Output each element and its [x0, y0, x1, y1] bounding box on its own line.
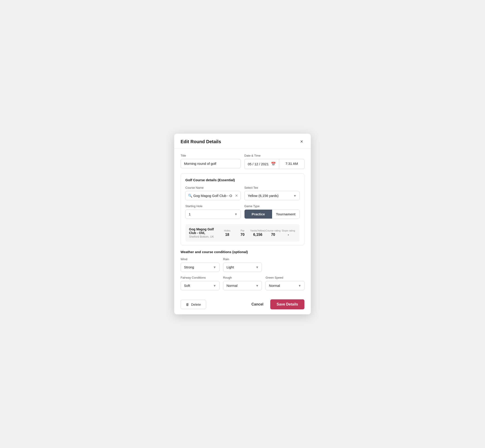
starting-hole-label: Starting Hole	[185, 204, 241, 208]
course-tee-row: Course Name 🔍 ✕ Select Tee Yellow	[185, 186, 300, 204]
calendar-icon: 📅	[271, 162, 276, 166]
date-time-fields: 05 / 12 / 2021 📅 7:31 AM	[244, 159, 304, 169]
wind-label: Wind	[181, 257, 219, 261]
wind-wrapper: Strong ▼	[181, 263, 219, 272]
time-value: 7:31 AM	[285, 162, 298, 166]
course-name-input[interactable]	[185, 191, 241, 200]
game-type-group: Game Type Practice Tournament	[244, 204, 300, 219]
slope-rating-label: Slope rating	[281, 229, 296, 232]
course-rating-value: 70	[266, 233, 281, 237]
course-rating-label: Course rating	[266, 229, 281, 232]
par-value: 70	[235, 233, 250, 237]
game-type-label: Game Type	[244, 204, 300, 208]
title-section: Title	[181, 154, 241, 173]
holes-value: 18	[219, 233, 235, 237]
weather-section: Weather and course conditions (optional)…	[181, 250, 304, 294]
rain-wrapper: Light ▼	[223, 263, 262, 272]
starting-hole-group: Starting Hole 1 ▼	[185, 204, 241, 219]
course-stat-holes: Holes 18	[219, 229, 235, 237]
rough-group: Rough Normal ▼	[223, 276, 262, 290]
modal-header: Edit Round Details ×	[174, 134, 311, 149]
edit-round-modal: Edit Round Details × Title Date & Time 0…	[174, 134, 311, 314]
wind-rain-row: Wind Strong ▼ Rain	[181, 257, 304, 276]
cancel-button[interactable]: Cancel	[249, 301, 266, 308]
green-speed-col: Green Speed Normal ▼	[266, 276, 304, 294]
rain-col: Rain Light ▼	[223, 257, 262, 276]
rough-wrapper: Normal ▼	[223, 281, 262, 290]
date-value: 05 / 12 / 2021	[248, 162, 269, 166]
holes-label: Holes	[219, 229, 235, 232]
datetime-group: Date & Time 05 / 12 / 2021 📅 7:31 AM	[244, 154, 304, 169]
course-info-name: Gog Magog Golf Club - Old, Shelford Bott…	[189, 227, 219, 238]
modal-footer: 🗑 Delete Cancel Save Details	[174, 295, 311, 314]
modal-body: Title Date & Time 05 / 12 / 2021 📅 7:31 …	[174, 149, 311, 294]
title-group: Title	[181, 154, 241, 168]
green-speed-dropdown[interactable]: Normal	[266, 281, 304, 290]
select-tee-col: Select Tee Yellow (6,156 yards) ▼	[244, 186, 300, 204]
rain-label: Rain	[223, 257, 262, 261]
yards-value: 6,156	[250, 233, 266, 237]
course-info-location: Shelford Bottom, UK	[189, 235, 219, 238]
fairway-group: Fairway Conditions Soft ▼	[181, 276, 219, 290]
golf-course-section: Golf Course details (Essential) Course N…	[181, 173, 304, 245]
course-info-name-text: Gog Magog Golf Club - Old,	[189, 227, 219, 235]
par-label: Par	[235, 229, 250, 232]
modal-title: Edit Round Details	[181, 139, 221, 144]
starting-hole-dropdown[interactable]: 1	[185, 209, 241, 219]
course-name-wrapper: 🔍 ✕	[185, 191, 241, 200]
delete-button[interactable]: 🗑 Delete	[181, 300, 206, 309]
select-tee-wrapper: Yellow (6,156 yards) ▼	[244, 191, 300, 200]
yards-label: Yards(Yellow)	[250, 229, 266, 232]
green-speed-wrapper: Normal ▼	[266, 281, 304, 290]
fairway-wrapper: Soft ▼	[181, 281, 219, 290]
datetime-label: Date & Time	[244, 154, 304, 157]
practice-button[interactable]: Practice	[244, 210, 272, 218]
fairway-col: Fairway Conditions Soft ▼	[181, 276, 219, 294]
game-type-col: Game Type Practice Tournament	[244, 204, 300, 223]
save-button[interactable]: Save Details	[270, 299, 304, 309]
trash-icon: 🗑	[186, 303, 189, 306]
delete-label: Delete	[191, 303, 201, 306]
rough-dropdown[interactable]: Normal	[223, 281, 262, 290]
close-button[interactable]: ×	[299, 139, 304, 144]
footer-right: Cancel Save Details	[249, 299, 304, 309]
course-stat-yards: Yards(Yellow) 6,156	[250, 229, 266, 237]
course-name-col: Course Name 🔍 ✕	[185, 186, 241, 204]
course-name-group: Course Name 🔍 ✕	[185, 186, 241, 200]
course-name-label: Course Name	[185, 186, 241, 189]
course-name-clear-button[interactable]: ✕	[235, 193, 238, 198]
rain-group: Rain Light ▼	[223, 257, 262, 272]
rain-dropdown[interactable]: Light	[223, 263, 262, 272]
title-datetime-row: Title Date & Time 05 / 12 / 2021 📅 7:31 …	[181, 154, 304, 173]
hole-gametype-row: Starting Hole 1 ▼ Game Type Practic	[185, 204, 300, 223]
wind-col: Wind Strong ▼	[181, 257, 219, 276]
slope-rating-value: -	[281, 233, 296, 237]
course-info-box: Gog Magog Golf Club - Old, Shelford Bott…	[185, 224, 300, 241]
select-tee-label: Select Tee	[244, 186, 300, 189]
rough-label: Rough	[223, 276, 262, 279]
course-stat-par: Par 70	[235, 229, 250, 237]
golf-section-title: Golf Course details (Essential)	[185, 178, 300, 182]
wind-group: Wind Strong ▼	[181, 257, 219, 272]
search-icon: 🔍	[188, 194, 192, 198]
tournament-button[interactable]: Tournament	[272, 210, 300, 218]
green-speed-label: Green Speed	[266, 276, 304, 279]
weather-section-title: Weather and course conditions (optional)	[181, 250, 304, 254]
starting-hole-wrapper: 1 ▼	[185, 209, 241, 219]
select-tee-dropdown[interactable]: Yellow (6,156 yards)	[244, 191, 300, 200]
course-stat-course-rating: Course rating 70	[266, 229, 281, 237]
title-input[interactable]	[181, 159, 241, 168]
green-speed-group: Green Speed Normal ▼	[266, 276, 304, 290]
time-field[interactable]: 7:31 AM	[279, 159, 304, 169]
wind-dropdown[interactable]: Strong	[181, 263, 219, 272]
date-field[interactable]: 05 / 12 / 2021 📅	[244, 159, 279, 169]
fairway-label: Fairway Conditions	[181, 276, 219, 279]
starting-hole-col: Starting Hole 1 ▼	[185, 204, 241, 223]
fairway-rough-green-row: Fairway Conditions Soft ▼ Rough	[181, 276, 304, 294]
course-stat-slope-rating: Slope rating -	[281, 229, 296, 237]
datetime-section: Date & Time 05 / 12 / 2021 📅 7:31 AM	[244, 154, 304, 173]
title-label: Title	[181, 154, 241, 157]
rough-col: Rough Normal ▼	[223, 276, 262, 294]
fairway-dropdown[interactable]: Soft	[181, 281, 219, 290]
game-type-toggle: Practice Tournament	[244, 209, 300, 219]
